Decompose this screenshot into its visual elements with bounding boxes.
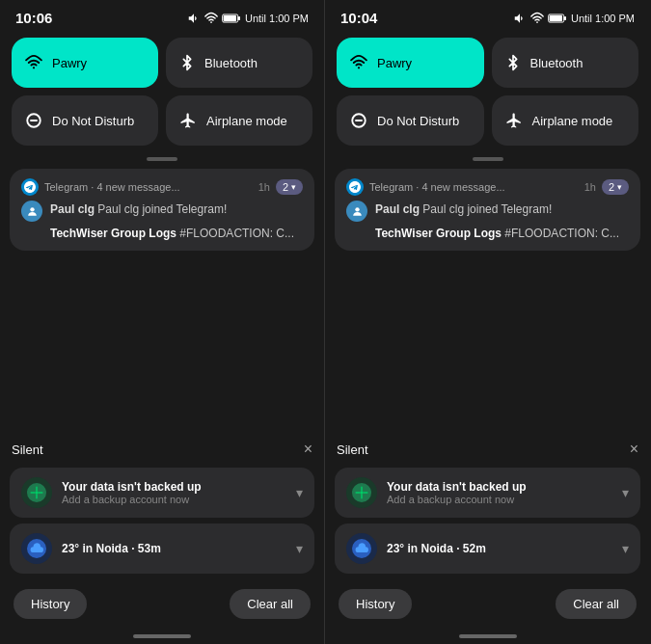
- silent-card-icon-backup: [21, 477, 52, 508]
- silent-card-expand-backup[interactable]: ▾: [622, 485, 629, 500]
- wifi-status-icon: [530, 12, 544, 25]
- tile-label-pawry: Pawry: [377, 56, 412, 70]
- tile-label-dnd: Do Not Disturb: [377, 114, 459, 128]
- notif-group-block: TechWiser Group Logs #FLOODACTION: C...: [375, 224, 629, 241]
- svg-point-9: [536, 21, 538, 23]
- tile-icon-dnd: [350, 112, 367, 129]
- silent-icon-inner-backup: [27, 483, 46, 502]
- svg-point-4: [33, 67, 35, 68]
- tile-pawry[interactable]: Pawry: [12, 38, 158, 88]
- notif-app-name: Telegram · 4 new message...: [44, 181, 253, 193]
- silent-close-button[interactable]: ×: [630, 441, 638, 458]
- tile-icon-airplane: [505, 112, 523, 129]
- tile-icon-bluetooth: [179, 54, 195, 71]
- svg-point-13: [358, 67, 360, 68]
- notif-badge-num: 2: [609, 181, 614, 193]
- tile-pawry[interactable]: Pawry: [337, 38, 484, 88]
- notif-time: 1h: [584, 181, 596, 193]
- battery-icon: [222, 12, 241, 25]
- mute-icon: [187, 12, 201, 25]
- tile-bluetooth[interactable]: Bluetooth: [492, 38, 639, 88]
- notif-msg: Paul clg joined Telegram!: [97, 202, 227, 216]
- wifi-status-icon: [204, 12, 218, 25]
- time-display: 10:04: [340, 10, 377, 26]
- notif-text-block: Paul clg Paul clg joined Telegram!: [50, 200, 303, 217]
- silent-card-title-backup: Your data isn't backed up: [62, 480, 286, 494]
- silent-card-sub-backup: Add a backup account now: [387, 494, 612, 505]
- silent-card-icon-weather: [21, 533, 52, 564]
- phones-container: 10:06 Until 1:00 PM Pawry Bluetooth Do N…: [0, 0, 651, 644]
- notif-text-block: Paul clg Paul clg joined Telegram!: [375, 200, 629, 217]
- silent-label: Silent: [337, 443, 368, 457]
- notif-group-msg: #FLOODACTION: C...: [504, 227, 619, 240]
- notif-user-icon: [21, 201, 42, 222]
- silent-icon-inner-backup: [352, 483, 371, 502]
- silent-card-expand-backup[interactable]: ▾: [296, 485, 303, 500]
- bottom-bar: History Clear all: [325, 579, 650, 634]
- svg-rect-11: [550, 15, 562, 21]
- silent-card-text-weather: 23° in Noida · 52m: [387, 542, 612, 555]
- until-text: Until 1:00 PM: [245, 13, 309, 24]
- silent-card-backup[interactable]: Your data isn't backed up Add a backup a…: [10, 468, 314, 518]
- status-icons: Until 1:00 PM: [187, 12, 309, 25]
- silent-card-text-backup: Your data isn't backed up Add a backup a…: [62, 480, 286, 505]
- battery-icon: [548, 12, 567, 25]
- tile-dnd[interactable]: Do Not Disturb: [337, 95, 484, 146]
- silent-header: Silent ×: [10, 437, 314, 462]
- silent-card-weather[interactable]: 23° in Noida · 52m ▾: [335, 523, 640, 574]
- silent-card-expand-weather[interactable]: ▾: [622, 541, 629, 556]
- status-bar: 10:04 Until 1:00 PM: [325, 0, 650, 32]
- silent-card-text-backup: Your data isn't backed up Add a backup a…: [387, 480, 612, 505]
- notif-row-2: TechWiser Group Logs #FLOODACTION: C...: [346, 224, 629, 241]
- tile-label-bluetooth: Bluetooth: [204, 56, 258, 70]
- tile-icon-pawry: [350, 54, 367, 71]
- svg-point-7: [30, 207, 34, 211]
- telegram-notification[interactable]: Telegram · 4 new message... 1h 2 ▾ Paul …: [335, 169, 640, 251]
- history-button[interactable]: History: [339, 589, 412, 619]
- notif-header: Telegram · 4 new message... 1h 2 ▾: [21, 178, 303, 196]
- tile-airplane[interactable]: Airplane mode: [166, 95, 312, 146]
- clear-all-button[interactable]: Clear all: [556, 589, 637, 619]
- notif-group: TechWiser Group Logs: [375, 227, 504, 240]
- notification-section: Telegram · 4 new message... 1h 2 ▾ Paul …: [325, 169, 650, 433]
- history-button[interactable]: History: [14, 589, 87, 619]
- silent-header: Silent ×: [335, 437, 640, 462]
- notif-app-name: Telegram · 4 new message...: [369, 181, 579, 193]
- silent-close-button[interactable]: ×: [304, 441, 312, 458]
- silent-label: Silent: [12, 443, 43, 457]
- silent-card-weather[interactable]: 23° in Noida · 53m ▾: [10, 523, 314, 574]
- tile-icon-dnd: [25, 112, 42, 129]
- tile-airplane[interactable]: Airplane mode: [492, 95, 639, 146]
- tile-dnd[interactable]: Do Not Disturb: [12, 95, 158, 146]
- clear-all-button[interactable]: Clear all: [230, 589, 311, 619]
- status-bar: 10:06 Until 1:00 PM: [0, 0, 324, 32]
- bottom-pill: [133, 634, 191, 638]
- notif-badge-arrow: ▾: [291, 182, 296, 192]
- quick-tiles: Pawry Bluetooth Do Not Disturb Airplane …: [325, 32, 650, 153]
- silent-card-title-backup: Your data isn't backed up: [387, 480, 612, 494]
- notif-badge: 2 ▾: [602, 179, 629, 195]
- svg-rect-2: [224, 15, 236, 21]
- notif-row-1: Paul clg Paul clg joined Telegram!: [21, 200, 303, 222]
- tile-icon-bluetooth: [505, 54, 521, 71]
- notif-sender: Paul clg: [50, 202, 97, 216]
- silent-icon-inner-weather: [352, 539, 371, 558]
- silent-card-expand-weather[interactable]: ▾: [296, 541, 303, 556]
- svg-rect-3: [238, 16, 240, 20]
- tile-bluetooth[interactable]: Bluetooth: [166, 38, 312, 88]
- divider-pill: [473, 157, 503, 161]
- mute-icon: [513, 12, 527, 25]
- svg-point-8: [35, 491, 39, 495]
- telegram-notification[interactable]: Telegram · 4 new message... 1h 2 ▾ Paul …: [10, 169, 314, 251]
- notif-badge-arrow: ▾: [617, 182, 622, 192]
- silent-section: Silent × Your data isn't backed up Add a…: [0, 437, 324, 579]
- phone-phone1: 10:06 Until 1:00 PM Pawry Bluetooth Do N…: [0, 0, 325, 644]
- silent-card-backup[interactable]: Your data isn't backed up Add a backup a…: [335, 468, 640, 518]
- notification-section: Telegram · 4 new message... 1h 2 ▾ Paul …: [0, 169, 324, 433]
- divider-pill: [147, 157, 177, 161]
- notif-group-msg: #FLOODACTION: C...: [179, 227, 294, 240]
- tile-label-bluetooth: Bluetooth: [530, 56, 583, 70]
- quick-tiles: Pawry Bluetooth Do Not Disturb Airplane …: [0, 32, 324, 153]
- silent-card-icon-backup: [346, 477, 377, 508]
- tile-label-pawry: Pawry: [52, 56, 87, 70]
